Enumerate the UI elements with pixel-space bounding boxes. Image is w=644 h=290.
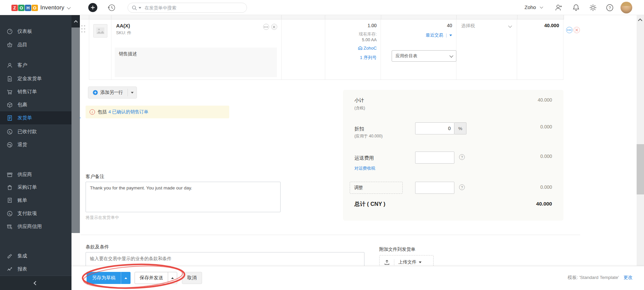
template-info: 模板: 'Standard Template' 更改 [567,275,633,281]
save-as-draft-button[interactable]: 另存为草稿 [87,272,131,284]
shipping-tax-link[interactable]: 对运费收税 [354,166,376,171]
rate-value[interactable]: 40 [447,23,452,28]
confirmed-sales-orders-link[interactable]: 4 已确认的销售订单 [108,109,148,115]
user-avatar[interactable] [621,2,632,13]
sidebar-item-invoices[interactable]: 发货单 [0,111,71,124]
section-divider [81,235,580,235]
cancel-button[interactable]: 取消 [182,272,202,284]
serial-numbers-link[interactable]: 1 序列号 [360,55,377,61]
item-image-placeholder[interactable] [93,24,107,38]
adjustment-value: 0.000 [540,184,552,190]
plus-circle-icon [93,90,98,95]
quantity-value[interactable]: 1.00 [367,23,377,28]
dashboard-icon [7,28,13,35]
upload-caret-icon[interactable] [419,262,422,263]
save-draft-caret-button[interactable] [121,277,131,279]
upload-icon [384,259,390,265]
help-button[interactable]: ? [605,3,614,13]
item-tax-cell[interactable]: 选择税 [456,19,517,79]
warehouse-link[interactable]: ZohoC [358,46,377,51]
sidebar-item-purchase-orders[interactable]: 采购订单 [0,181,71,194]
settings-button[interactable] [589,3,597,13]
search-input[interactable] [145,5,225,10]
quick-create-button[interactable] [88,3,97,12]
sidebar-scroll-up-button[interactable] [71,15,80,27]
row-drag-handle[interactable] [81,25,87,34]
item-more-icon[interactable] [263,24,269,30]
sidebar-item-payments-received[interactable]: $ 已收付款 [0,125,71,138]
terms-input[interactable] [86,252,364,268]
sidebar-item-dashboard[interactable]: 仪表板 [0,25,71,38]
page-scrollbar[interactable] [637,15,644,283]
row-more-actions-button[interactable] [566,27,573,33]
shipping-help-icon[interactable]: ? [459,154,465,160]
total-value: 40.000 [536,201,552,207]
subtotal-note: (含税) [354,105,365,111]
add-row-button[interactable]: 添加另一行 [88,86,137,99]
storefront-dollar-icon: $ [7,224,13,230]
page-scrollbar-thumb[interactable] [637,144,644,194]
item-warehouse-cell [282,19,325,79]
invite-users-button[interactable] [554,3,563,13]
zoho-inventory-logo[interactable]: Z O H O Inventory [11,4,70,11]
total-label: 总计 ( CNY ) [354,200,385,208]
item-amount-cell: 40.000 [517,19,563,79]
sidebar-item-integrations[interactable]: 集成 [0,249,71,263]
sidebar-item-retainer-invoices[interactable]: 定金发货单 [0,72,71,85]
discount-input[interactable] [415,122,454,134]
image-icon [96,27,105,35]
invoice-document-icon [7,115,13,121]
product-name: Inventory [40,4,64,11]
sidebar-item-payments-made[interactable]: $ 支付款项 [0,207,71,220]
global-search[interactable] [128,3,247,13]
line-item-row: AA(X) SKU: 件 销售描述 1.00 现有库存: 5.00 AA Zoh… [89,19,563,80]
box-icon [7,102,13,108]
customer-notes-input[interactable]: Thank you for the payment. You just made… [86,182,281,212]
svg-text:$: $ [9,212,10,215]
save-and-send-button[interactable]: 保存并发送 [135,272,177,284]
chevron-down-icon [450,54,453,57]
line-chart-icon [7,266,13,272]
add-row-caret-button[interactable] [128,92,137,94]
sidebar-item-items[interactable]: 品目 [0,38,71,51]
item-remove-icon[interactable] [271,24,277,30]
sidebar-scrollbar[interactable] [71,15,80,290]
search-scope-caret-icon[interactable] [139,7,141,9]
item-sku: SKU: 件 [116,30,131,36]
scroll-up-icon[interactable] [638,18,642,23]
recent-history-button[interactable] [107,3,116,13]
save-send-caret-button[interactable] [168,277,177,279]
terms-label: 条款及条件 [86,244,109,250]
org-switcher[interactable]: Zoho [525,4,543,10]
adjustment-help-icon[interactable]: ? [459,184,465,190]
notifications-button[interactable] [572,3,580,13]
item-name[interactable]: AA(X) [116,23,130,28]
change-template-link[interactable]: 更改 [624,275,633,280]
discount-unit[interactable]: % [454,122,466,134]
chevron-down-icon[interactable] [67,5,70,9]
recent-transactions-link[interactable]: 最近交易 | [426,32,452,38]
shipping-input[interactable] [415,152,454,164]
price-list-select[interactable]: 应用价目表 [392,50,456,62]
sidebar-item-sales-orders[interactable]: 销售订单 [0,85,71,98]
sidebar-item-bills[interactable]: 账单 [0,194,71,207]
logo-letter-h: H [25,5,31,11]
item-description-input[interactable]: 销售描述 [115,48,277,77]
row-delete-button[interactable] [574,27,580,33]
totals-panel: 小计 (含税) 40.000 折扣 (应用于 40.000) % 0.000 运… [343,90,563,221]
adjustment-field[interactable]: 调整 [350,182,403,194]
sidebar-item-customers[interactable]: 客户 [0,59,71,72]
amount-value: 40.000 [544,23,559,28]
sidebar-item-vendor-credits[interactable]: $ 供应商信用 [0,220,71,233]
sidebar-item-sales-returns[interactable]: 退货 [0,138,71,151]
sidebar-item-reports[interactable]: 报表 [0,263,71,276]
sidebar-item-packages[interactable]: 包裹 [0,98,71,111]
shipping-value: 0.000 [540,154,552,159]
template-name: 'Standard Template' [579,275,619,280]
sales-order-banner: i 包括 4 已确认的销售订单 [86,106,229,118]
sidebar-item-vendors[interactable]: 供应商 [0,168,71,181]
adjustment-input[interactable] [415,182,454,194]
banner-prefix: 包括 [98,109,107,115]
sidebar-collapse-bar[interactable] [0,276,71,290]
sidebar-scrollbar-thumb[interactable] [71,27,80,233]
